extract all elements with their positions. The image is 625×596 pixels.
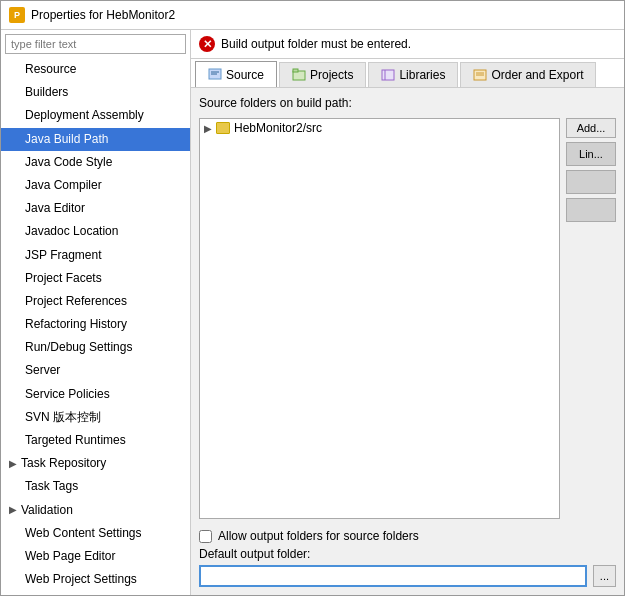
tab-order-export[interactable]: Order and Export bbox=[460, 62, 596, 87]
sidebar-item-label: Javadoc Location bbox=[25, 224, 118, 238]
sidebar-item-label: Web Content Settings bbox=[25, 526, 142, 540]
content-area: ResourceBuildersDeployment AssemblyJava … bbox=[1, 30, 624, 595]
sidebar-item-label: Builders bbox=[25, 85, 68, 99]
expand-arrow-icon: ▶ bbox=[9, 456, 17, 472]
svg-rect-5 bbox=[382, 70, 394, 80]
tab-order-label: Order and Export bbox=[491, 68, 583, 82]
sidebar-item-builders[interactable]: Builders bbox=[1, 81, 190, 104]
title-bar: P Properties for HebMonitor2 bbox=[1, 1, 624, 30]
source-tree[interactable]: ▶ HebMonitor2/src bbox=[199, 118, 560, 519]
sidebar-item-task-tags[interactable]: Task Tags bbox=[1, 475, 190, 498]
svg-rect-4 bbox=[293, 69, 298, 72]
buttons-column: Add... Lin... bbox=[566, 118, 616, 519]
sidebar-item-label: Deployment Assembly bbox=[25, 108, 144, 122]
add-button[interactable]: Add... bbox=[566, 118, 616, 138]
sidebar-item-label: SVN 版本控制 bbox=[25, 410, 101, 424]
browse-button[interactable]: ... bbox=[593, 565, 616, 587]
filter-input[interactable] bbox=[5, 34, 186, 54]
sidebar: ResourceBuildersDeployment AssemblyJava … bbox=[1, 30, 191, 595]
tab-source-label: Source bbox=[226, 68, 264, 82]
sidebar-item-web-page-editor[interactable]: Web Page Editor bbox=[1, 545, 190, 568]
sidebar-item-label: Java Build Path bbox=[25, 132, 108, 146]
folder-icon bbox=[216, 122, 230, 134]
sidebar-items-container: ResourceBuildersDeployment AssemblyJava … bbox=[1, 58, 190, 595]
sidebar-item-label: Task Repository bbox=[21, 454, 106, 473]
sidebar-item-label: Targeted Runtimes bbox=[25, 433, 126, 447]
sidebar-item-project-references[interactable]: Project References bbox=[1, 290, 190, 313]
sidebar-item-label: Validation bbox=[21, 501, 73, 520]
window-icon: P bbox=[9, 7, 25, 23]
libraries-tab-icon bbox=[381, 68, 395, 82]
checkbox-row: Allow output folders for source folders bbox=[199, 529, 616, 543]
sidebar-item-javadoc-location[interactable]: Javadoc Location bbox=[1, 220, 190, 243]
sidebar-item-label: Web Page Editor bbox=[25, 549, 116, 563]
sidebar-item-project-facets[interactable]: Project Facets bbox=[1, 267, 190, 290]
tabs-bar: Source Projects Libraries bbox=[191, 59, 624, 88]
sidebar-item-web-content-settings[interactable]: Web Content Settings bbox=[1, 522, 190, 545]
panel-content: Source folders on build path: ▶ HebMonit… bbox=[191, 88, 624, 595]
sidebar-item-label: JSP Fragment bbox=[25, 248, 101, 262]
sidebar-item-wikitext[interactable]: WikiText bbox=[1, 591, 190, 595]
sidebar-item-java-code-style[interactable]: Java Code Style bbox=[1, 151, 190, 174]
sidebar-item-svn-版本控制[interactable]: SVN 版本控制 bbox=[1, 406, 190, 429]
sidebar-item-label: Server bbox=[25, 363, 60, 377]
sidebar-item-java-compiler[interactable]: Java Compiler bbox=[1, 174, 190, 197]
source-folders-label: Source folders on build path: bbox=[199, 96, 616, 110]
projects-tab-icon bbox=[292, 68, 306, 82]
tab-source[interactable]: Source bbox=[195, 61, 277, 87]
sidebar-item-label: Resource bbox=[25, 62, 76, 76]
sidebar-item-refactoring-history[interactable]: Refactoring History bbox=[1, 313, 190, 336]
main-panel: ✕ Build output folder must be entered. S… bbox=[191, 30, 624, 595]
sidebar-item-resource[interactable]: Resource bbox=[1, 58, 190, 81]
error-icon: ✕ bbox=[199, 36, 215, 52]
tab-libraries-label: Libraries bbox=[399, 68, 445, 82]
tree-item-label: HebMonitor2/src bbox=[234, 121, 322, 135]
extra-button-1[interactable] bbox=[566, 170, 616, 194]
error-message: Build output folder must be entered. bbox=[221, 37, 411, 51]
properties-window: P Properties for HebMonitor2 ResourceBui… bbox=[0, 0, 625, 596]
sidebar-item-label: Web Project Settings bbox=[25, 572, 137, 586]
sidebar-item-label: Task Tags bbox=[25, 479, 78, 493]
sidebar-item-label: Refactoring History bbox=[25, 317, 127, 331]
sidebar-item-task-repository[interactable]: ▶Task Repository bbox=[1, 452, 190, 475]
link-button[interactable]: Lin... bbox=[566, 142, 616, 166]
sidebar-item-label: Java Editor bbox=[25, 201, 85, 215]
allow-output-folders-checkbox[interactable] bbox=[199, 530, 212, 543]
bottom-section: Allow output folders for source folders … bbox=[199, 525, 616, 587]
order-tab-icon bbox=[473, 68, 487, 82]
sidebar-item-label: Java Code Style bbox=[25, 155, 112, 169]
sidebar-item-run-debug-settings[interactable]: Run/Debug Settings bbox=[1, 336, 190, 359]
sidebar-item-label: Service Policies bbox=[25, 387, 110, 401]
expand-arrow-icon: ▶ bbox=[9, 502, 17, 518]
sidebar-item-java-build-path[interactable]: Java Build Path bbox=[1, 128, 190, 151]
output-folder-row: ... bbox=[199, 565, 616, 587]
sidebar-item-jsp-fragment[interactable]: JSP Fragment bbox=[1, 244, 190, 267]
tree-item-src[interactable]: ▶ HebMonitor2/src bbox=[200, 119, 559, 137]
sidebar-item-java-editor[interactable]: Java Editor bbox=[1, 197, 190, 220]
sidebar-item-label: Project Facets bbox=[25, 271, 102, 285]
source-tab-icon bbox=[208, 68, 222, 82]
sidebar-item-label: Run/Debug Settings bbox=[25, 340, 132, 354]
output-folder-input[interactable] bbox=[199, 565, 587, 587]
sidebar-item-validation[interactable]: ▶Validation bbox=[1, 499, 190, 522]
sidebar-item-label: Java Compiler bbox=[25, 178, 102, 192]
sidebar-item-web-project-settings[interactable]: Web Project Settings bbox=[1, 568, 190, 591]
sidebar-item-targeted-runtimes[interactable]: Targeted Runtimes bbox=[1, 429, 190, 452]
sidebar-item-deployment-assembly[interactable]: Deployment Assembly bbox=[1, 104, 190, 127]
tab-projects-label: Projects bbox=[310, 68, 353, 82]
sidebar-item-service-policies[interactable]: Service Policies bbox=[1, 383, 190, 406]
tab-projects[interactable]: Projects bbox=[279, 62, 366, 87]
checkbox-label: Allow output folders for source folders bbox=[218, 529, 419, 543]
tree-expand-arrow: ▶ bbox=[204, 123, 212, 134]
tab-libraries[interactable]: Libraries bbox=[368, 62, 458, 87]
error-bar: ✕ Build output folder must be entered. bbox=[191, 30, 624, 59]
sidebar-item-label: Project References bbox=[25, 294, 127, 308]
output-folder-label: Default output folder: bbox=[199, 547, 616, 561]
source-row: ▶ HebMonitor2/src Add... Lin... bbox=[199, 118, 616, 519]
extra-button-2[interactable] bbox=[566, 198, 616, 222]
window-title: Properties for HebMonitor2 bbox=[31, 8, 175, 22]
sidebar-item-server[interactable]: Server bbox=[1, 359, 190, 382]
